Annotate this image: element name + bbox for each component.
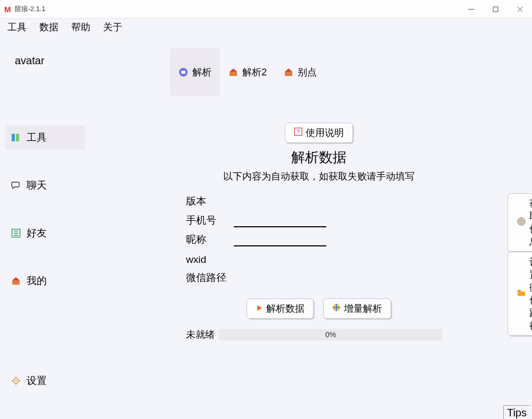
incremental-label: 增量解析 [344, 302, 382, 315]
get-info-label: 获取信息 [529, 197, 532, 248]
maximize-button[interactable] [483, 0, 508, 18]
app-logo-icon: M [4, 5, 11, 14]
sidebar-item-label: 我的 [27, 274, 47, 288]
sidebar-settings[interactable]: 设置 [5, 374, 85, 388]
svg-rect-4 [12, 134, 15, 141]
sidebar-item-label: 聊天 [27, 178, 47, 192]
tab-parse[interactable]: 解析 [170, 48, 220, 96]
tab-label: 解析 [192, 66, 212, 79]
label-phone: 手机号 [186, 213, 234, 227]
label-wxid: wxid [186, 254, 234, 266]
sidebar-item-label: 好友 [27, 226, 47, 240]
sidebar-item-label: 工具 [27, 131, 47, 144]
title-bar: M 留痕-2.1.1 [0, 0, 532, 19]
fingerprint-icon [517, 217, 526, 229]
minimize-button[interactable] [459, 0, 483, 18]
phone-field[interactable] [234, 215, 326, 227]
dontclick-icon [284, 67, 293, 77]
incremental-button[interactable]: 增量解析 [323, 298, 391, 319]
svg-point-28 [520, 220, 522, 223]
help-icon: ? [294, 127, 302, 139]
svg-marker-23 [285, 69, 292, 72]
svg-point-13 [15, 380, 17, 382]
sidebar-item-chat[interactable]: 聊天 [5, 173, 85, 198]
sidebar-item-friends[interactable]: 好友 [5, 221, 85, 245]
set-wxpath-button[interactable]: 设置微信路径 [508, 252, 532, 336]
label-version: 版本 [186, 194, 234, 208]
svg-marker-21 [230, 69, 237, 72]
svg-marker-11 [12, 277, 20, 280]
progress-bar: 0% [219, 329, 442, 340]
help-button[interactable]: ? 使用说明 [285, 123, 353, 143]
sidebar-list: 工具 聊天 好友 我的 [5, 125, 85, 293]
parse-icon [179, 67, 188, 77]
content-heading: 解析数据 [181, 148, 457, 167]
content-subtitle: 以下内容为自动获取，如获取失败请手动填写 [181, 170, 457, 183]
status-label: 未就绪 [186, 328, 219, 341]
svg-text:?: ? [297, 129, 300, 135]
svg-rect-5 [16, 134, 19, 141]
sidebar: avatar 工具 聊天 好友 [0, 36, 85, 419]
tab-label: 别点 [298, 66, 317, 79]
title-bar-left: M 留痕-2.1.1 [4, 4, 46, 14]
parse-data-button[interactable]: 解析数据 [247, 298, 314, 319]
tab-parse2[interactable]: 解析2 [220, 48, 275, 96]
sidebar-item-mine[interactable]: 我的 [5, 269, 85, 293]
window-controls [459, 0, 532, 18]
tab-dontclick[interactable]: 别点 [275, 48, 325, 96]
menu-about[interactable]: 关于 [103, 21, 122, 33]
svg-rect-29 [518, 290, 521, 291]
folder-icon [517, 288, 526, 300]
app-body: avatar 工具 聊天 好友 [0, 36, 532, 419]
get-info-button[interactable]: 获取信息 [508, 193, 532, 252]
svg-point-27 [519, 219, 524, 224]
parse-data-label: 解析数据 [266, 302, 305, 315]
tools-icon [11, 132, 21, 143]
sidebar-item-tools[interactable]: 工具 [5, 125, 85, 150]
main-panel: 解析 解析2 别点 ? 使用 [85, 36, 532, 419]
tabs: 解析 解析2 别点 [170, 48, 532, 96]
window-title: 留痕-2.1.1 [14, 4, 46, 14]
svg-rect-22 [285, 72, 292, 76]
menu-help[interactable]: 帮助 [71, 21, 90, 33]
form: 版本 手机号 昵称 wxid 微信路径 [186, 189, 457, 285]
parse2-icon [229, 67, 238, 77]
close-button[interactable] [508, 0, 532, 18]
label-nickname: 昵称 [186, 233, 234, 246]
chat-icon [11, 180, 21, 191]
play-icon [256, 303, 263, 314]
mine-icon [11, 276, 21, 286]
nickname-field[interactable] [234, 234, 326, 246]
svg-rect-20 [230, 72, 237, 76]
content: ? 使用说明 解析数据 以下内容为自动获取，如获取失败请手动填写 版本 手机号 … [181, 123, 457, 341]
svg-rect-1 [493, 7, 498, 12]
tab-label: 解析2 [242, 66, 267, 79]
target-icon [332, 303, 341, 314]
svg-rect-10 [12, 280, 20, 285]
svg-rect-19 [181, 71, 185, 74]
set-wxpath-label: 设置微信路径 [529, 255, 532, 332]
help-button-label: 使用说明 [306, 126, 344, 139]
avatar[interactable]: avatar [15, 55, 85, 67]
settings-label: 设置 [27, 374, 47, 388]
menu-bar: 工具 数据 帮助 关于 [0, 19, 532, 36]
tips-label[interactable]: Tips [503, 405, 530, 419]
menu-tools[interactable]: 工具 [7, 21, 27, 33]
label-wxpath: 微信路径 [186, 271, 234, 285]
progress-text: 0% [325, 330, 336, 339]
menu-data[interactable]: 数据 [39, 21, 58, 33]
settings-icon [11, 375, 21, 386]
friends-icon [11, 228, 21, 238]
svg-marker-30 [257, 305, 262, 311]
